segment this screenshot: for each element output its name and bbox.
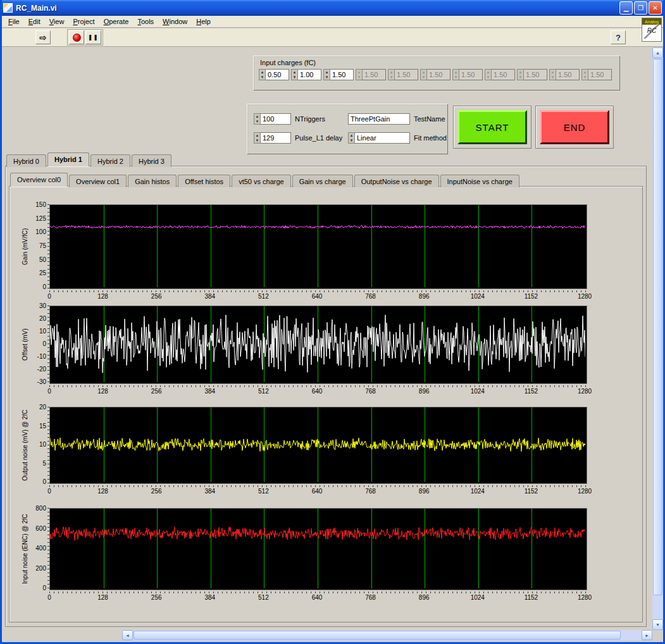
spin-down-icon[interactable]: ▼ bbox=[324, 75, 330, 80]
x-tick-label: 512 bbox=[249, 293, 277, 300]
ntriggers-control[interactable]: ▲▼ 100 bbox=[254, 113, 291, 125]
spin-down-icon[interactable]: ▼ bbox=[259, 75, 265, 80]
spin-arrows: ▲▼ bbox=[581, 69, 588, 80]
tab-vt50-vs-charge[interactable]: vt50 vs charge bbox=[232, 175, 291, 187]
spin-up-icon[interactable]: ▲ bbox=[254, 133, 260, 138]
y-tick-label: 30 bbox=[39, 302, 46, 309]
tab-hybrid-3[interactable]: Hybrid 3 bbox=[132, 154, 171, 167]
scroll-up-button[interactable]: ▲ bbox=[652, 47, 663, 58]
x-tick-label: 512 bbox=[249, 488, 277, 495]
horizontal-scrollbar[interactable]: ◄ ► bbox=[122, 630, 652, 640]
spin-up-icon[interactable]: ▲ bbox=[254, 114, 260, 119]
charge-value[interactable]: 1.00 bbox=[298, 69, 321, 80]
x-tick-label: 640 bbox=[303, 594, 331, 601]
scroll-right-button[interactable]: ► bbox=[642, 630, 652, 640]
menu-operate[interactable]: Operate bbox=[99, 16, 134, 27]
horizontal-scrollbar-thumb[interactable] bbox=[134, 631, 621, 640]
menu-help[interactable]: Help bbox=[192, 16, 215, 27]
input-noise-chart: Input noise (ENC) @ 2fC 8006004002000 01… bbox=[20, 508, 615, 604]
testname-field[interactable]: ThreePtGain bbox=[348, 113, 410, 125]
tab-gain-histos[interactable]: Gain histos bbox=[128, 175, 177, 187]
tab-overview-col0[interactable]: Overview col0 bbox=[10, 173, 68, 187]
scrollbar-corner bbox=[652, 630, 663, 640]
y-tick-label: 0 bbox=[42, 340, 46, 347]
spin-down-icon[interactable]: ▼ bbox=[349, 138, 354, 143]
input-noise-waveform-plot bbox=[49, 508, 587, 590]
input-charge-0[interactable]: ▲▼0.50 bbox=[259, 69, 289, 80]
tab-hybrid-0[interactable]: Hybrid 0 bbox=[6, 154, 46, 167]
output-noise-waveform-plot bbox=[49, 407, 587, 484]
end-button-label: END bbox=[540, 110, 609, 144]
scroll-left-icon: ◄ bbox=[125, 633, 130, 638]
tab-hybrid-1[interactable]: Hybrid 1 bbox=[47, 152, 89, 166]
vertical-scrollbar[interactable]: ▲ ▼ bbox=[652, 47, 663, 630]
fit-method-ring[interactable]: ▲▼ Linear bbox=[348, 132, 410, 144]
spin-up-icon[interactable]: ▲ bbox=[292, 70, 297, 75]
run-button[interactable]: ⇨ bbox=[35, 30, 51, 44]
hybrid-tab-bar: Hybrid 0Hybrid 1Hybrid 2Hybrid 3 bbox=[6, 152, 173, 166]
x-tick-label: 0 bbox=[35, 293, 63, 300]
spin-up-icon[interactable]: ▲ bbox=[259, 70, 265, 75]
offset-chart: Offset (mV) 3020100-10-20-30 01282563845… bbox=[20, 306, 615, 398]
close-button[interactable]: ✕ bbox=[649, 1, 662, 15]
spin-arrows[interactable]: ▲▼ bbox=[348, 132, 355, 144]
gain-y-axis-label: Gain (mV/fC) bbox=[20, 204, 30, 289]
menu-file[interactable]: File bbox=[4, 16, 24, 27]
x-tick-label: 1024 bbox=[464, 488, 492, 495]
pulse-l1-delay-value[interactable]: 129 bbox=[261, 132, 291, 144]
spin-up-icon[interactable]: ▲ bbox=[349, 133, 354, 138]
spin-arrows[interactable]: ▲▼ bbox=[259, 69, 266, 80]
end-button[interactable]: END bbox=[535, 106, 614, 149]
x-tick-label: 896 bbox=[410, 293, 438, 300]
spin-down-icon: ▼ bbox=[518, 75, 523, 80]
input-charge-5: ▲▼1.50 bbox=[420, 69, 451, 80]
tab-inputnoise-vs-charge[interactable]: InputNoise vs charge bbox=[440, 175, 519, 187]
y-tick-label: 0 bbox=[42, 478, 46, 485]
scroll-up-icon: ▲ bbox=[656, 51, 660, 55]
x-tick-label: 1152 bbox=[517, 388, 545, 395]
start-button[interactable]: START bbox=[453, 106, 531, 149]
spin-down-icon[interactable]: ▼ bbox=[254, 138, 260, 143]
x-tick-label: 768 bbox=[357, 293, 385, 300]
title-bar[interactable]: RC_Main.vi ▁ ❐ ✕ bbox=[0, 0, 665, 16]
scroll-down-button[interactable]: ▼ bbox=[652, 619, 663, 630]
x-tick-label: 512 bbox=[249, 594, 277, 601]
tab-offset-histos[interactable]: Offset histos bbox=[178, 175, 230, 187]
output-noise-plot-canvas bbox=[50, 407, 585, 482]
menu-window[interactable]: Window bbox=[158, 16, 192, 27]
vertical-scrollbar-thumb[interactable] bbox=[653, 59, 662, 595]
input-charge-1[interactable]: ▲▼1.00 bbox=[291, 69, 321, 80]
input-charge-2[interactable]: ▲▼1.50 bbox=[323, 69, 354, 80]
tab-gain-vs-charge[interactable]: Gain vs charge bbox=[292, 175, 353, 187]
spin-arrows[interactable]: ▲▼ bbox=[291, 69, 298, 80]
menu-view[interactable]: View bbox=[45, 16, 69, 27]
ntriggers-value[interactable]: 100 bbox=[261, 113, 291, 125]
maximize-button[interactable]: ❐ bbox=[634, 1, 647, 15]
tab-outputnoise-vs-charge[interactable]: OutputNoise vs charge bbox=[354, 175, 439, 187]
abort-button[interactable] bbox=[69, 30, 84, 44]
charge-value[interactable]: 1.50 bbox=[330, 69, 354, 80]
spin-down-icon[interactable]: ▼ bbox=[292, 75, 297, 80]
tab-hybrid-2[interactable]: Hybrid 2 bbox=[90, 154, 130, 167]
pulse-l1-delay-control[interactable]: ▲▼ 129 bbox=[254, 132, 291, 144]
charge-value[interactable]: 0.50 bbox=[266, 69, 289, 80]
fit-method-value[interactable]: Linear bbox=[355, 132, 410, 144]
minimize-button[interactable]: ▁ bbox=[619, 1, 633, 15]
help-button[interactable]: ? bbox=[611, 30, 626, 44]
menu-tools[interactable]: Tools bbox=[133, 16, 158, 27]
spin-down-icon: ▼ bbox=[550, 75, 556, 80]
spin-down-icon: ▼ bbox=[421, 75, 426, 80]
spin-arrows[interactable]: ▲▼ bbox=[254, 113, 261, 125]
spin-down-icon[interactable]: ▼ bbox=[254, 119, 260, 124]
execution-buttons: ❚❚ bbox=[67, 29, 103, 46]
spin-arrows[interactable]: ▲▼ bbox=[323, 69, 330, 80]
spin-up-icon: ▲ bbox=[550, 70, 556, 75]
x-tick-label: 0 bbox=[35, 488, 63, 495]
pause-button[interactable]: ❚❚ bbox=[85, 30, 101, 44]
menu-project[interactable]: Project bbox=[68, 16, 99, 27]
spin-up-icon[interactable]: ▲ bbox=[324, 70, 330, 75]
menu-edit[interactable]: Edit bbox=[24, 16, 45, 27]
spin-arrows[interactable]: ▲▼ bbox=[254, 132, 261, 144]
scroll-left-button[interactable]: ◄ bbox=[122, 630, 133, 640]
tab-overview-col1[interactable]: Overview col1 bbox=[69, 175, 127, 187]
